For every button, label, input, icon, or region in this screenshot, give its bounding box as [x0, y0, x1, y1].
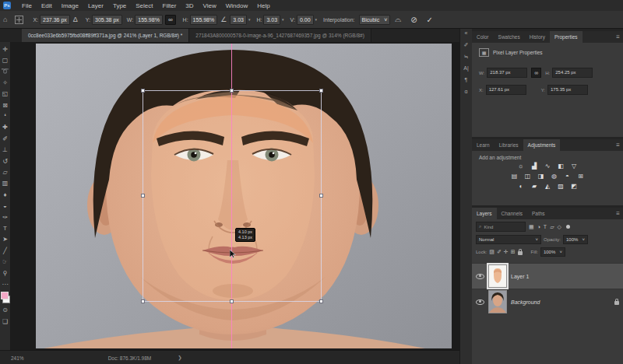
dodge-tool[interactable]: ◒ [0, 200, 11, 211]
tab-channels[interactable]: Channels [497, 208, 527, 219]
interpolation-select[interactable]: Bicubic ˅ [359, 15, 391, 25]
transform-handle-mid-left[interactable] [141, 194, 145, 198]
adjustment-layer-filter-icon[interactable]: ◑ [537, 224, 540, 229]
brush-tool[interactable]: ✐ [0, 133, 11, 144]
zoom-level-field[interactable]: 241% [11, 355, 24, 361]
rectangular-marquee-tool[interactable]: ▢ [0, 54, 11, 65]
foreground-color-swatch[interactable] [1, 292, 9, 299]
hand-tool[interactable]: ☞ [0, 256, 11, 267]
lock-pixels-icon[interactable]: ✐ [497, 249, 502, 255]
type-tool[interactable]: T [0, 222, 11, 233]
menu-select[interactable]: Select [131, 2, 157, 9]
menu-layer[interactable]: Layer [83, 2, 108, 9]
skew-h-field[interactable]: 3.03 [263, 15, 280, 25]
transform-handle-top-right[interactable] [319, 89, 323, 93]
blur-tool[interactable]: ♦ [0, 189, 11, 200]
channel-mixer-icon[interactable]: ◓ [563, 173, 572, 180]
clone-source-panel-icon[interactable]: ≒ [464, 54, 469, 60]
eyedropper-tool[interactable]: ❛ [0, 110, 11, 121]
glyphs-panel-icon[interactable]: ɑ [465, 89, 468, 95]
free-transform-bounding-box[interactable] [143, 90, 322, 302]
menu-window[interactable]: Window [221, 2, 252, 9]
lock-position-icon[interactable]: ✛ [504, 249, 509, 255]
tab-learn[interactable]: Learn [472, 139, 495, 151]
color-balance-icon[interactable]: ◫ [523, 173, 533, 180]
width-field[interactable]: 155.98% [135, 15, 163, 25]
paragraph-panel-icon[interactable]: ¶ [465, 77, 468, 83]
maintain-aspect-ratio-icon[interactable]: ∞ [165, 15, 176, 25]
panel-menu-icon[interactable]: ≡ [616, 33, 620, 40]
transform-handle-top-left[interactable] [141, 89, 145, 93]
prop-width-field[interactable]: 218.37 px [487, 68, 527, 78]
curves-icon[interactable]: ∿ [543, 163, 552, 170]
path-selection-tool[interactable]: ➤ [0, 234, 11, 245]
collapse-panels-icon[interactable]: « [465, 30, 468, 37]
gradient-map-icon[interactable]: ▨ [556, 183, 565, 191]
transform-handle-bottom-right[interactable] [319, 299, 323, 303]
skew-v-field[interactable]: 0.00 [297, 15, 314, 25]
home-icon[interactable]: ⌂ [3, 16, 7, 23]
fill-select[interactable]: 100% ˅ [540, 247, 565, 257]
rotate-stepper[interactable]: ▾ [248, 17, 251, 22]
color-lookup-icon[interactable]: ⊞ [576, 173, 586, 180]
pixel-layer-filter-icon[interactable]: ▦ [529, 224, 534, 230]
posterize-icon[interactable]: ▰ [530, 183, 539, 191]
edit-toolbar-icon[interactable]: ⋯ [0, 278, 11, 289]
background-thumbnail[interactable] [488, 290, 507, 313]
skew-v-stepper[interactable]: ▾ [315, 17, 318, 22]
eraser-tool[interactable]: ▱ [0, 166, 11, 177]
layer-name[interactable]: Background [511, 299, 540, 305]
quick-selection-tool[interactable]: ✧ [0, 77, 11, 88]
menu-filter[interactable]: Filter [158, 2, 181, 9]
menu-file[interactable]: File [17, 2, 37, 9]
pen-tool[interactable]: ✑ [0, 212, 11, 222]
hue-saturation-icon[interactable]: ▤ [510, 173, 519, 180]
lock-artboard-icon[interactable]: ⊞ [511, 249, 516, 255]
photo-filter-icon[interactable]: ◍ [550, 173, 559, 180]
transform-handle-top-mid[interactable] [230, 89, 234, 93]
crop-tool[interactable]: ◱ [0, 89, 11, 100]
character-panel-icon[interactable]: A| [463, 65, 469, 72]
rotate-angle-field[interactable]: 3.03 [230, 15, 247, 25]
layer-filter-kind-select[interactable]: ⌕ Kind [476, 222, 526, 232]
levels-icon[interactable]: ▟ [530, 163, 539, 170]
link-dimensions-icon[interactable]: ∞ [531, 68, 541, 78]
frame-tool[interactable]: ⊠ [0, 100, 11, 110]
canvas-area[interactable]: 4.10 px 4.13 px [11, 42, 459, 350]
cancel-transform-button[interactable]: ⊘ [410, 16, 417, 24]
menu-image[interactable]: Image [57, 2, 83, 9]
tab-paths[interactable]: Paths [527, 208, 550, 219]
layer-row-background[interactable]: Background [472, 289, 623, 314]
brightness-contrast-icon[interactable]: ☼ [516, 163, 526, 170]
tab-libraries[interactable]: Libraries [495, 139, 523, 151]
filter-toggle-icon[interactable] [566, 225, 570, 229]
visibility-eye-icon[interactable] [476, 274, 484, 279]
invert-icon[interactable]: ◐ [516, 183, 526, 191]
move-tool[interactable]: ✛ [0, 44, 11, 54]
prop-height-field[interactable]: 254.25 px [552, 68, 593, 78]
menu-edit[interactable]: Edit [37, 2, 57, 9]
menu-help[interactable]: Help [252, 2, 274, 9]
line-tool[interactable]: ╱ [0, 245, 11, 256]
blend-mode-select[interactable]: Normal ˅ [476, 235, 541, 244]
transform-handle-mid-right[interactable] [319, 194, 323, 198]
opacity-select[interactable]: 100% ˅ [563, 235, 588, 244]
exposure-icon[interactable]: ◧ [556, 163, 565, 170]
selective-color-icon[interactable]: ◩ [569, 183, 579, 191]
menu-3d[interactable]: 3D [181, 2, 198, 9]
panel-menu-icon[interactable]: ≡ [616, 210, 620, 217]
transform-handle-bottom-mid[interactable] [230, 299, 234, 303]
history-brush-tool[interactable]: ↺ [0, 156, 11, 166]
transform-handle-bottom-left[interactable] [141, 299, 145, 303]
height-field[interactable]: 155.98% [190, 15, 218, 25]
y-position-field[interactable]: 305.38 px [92, 15, 122, 25]
relative-position-delta-icon[interactable]: Δ [73, 16, 78, 23]
prop-y-field[interactable]: 175.35 px [547, 85, 588, 95]
menu-type[interactable]: Type [108, 2, 131, 9]
commit-transform-button[interactable]: ✓ [427, 16, 433, 24]
layer-row-layer1[interactable]: Layer 1 [472, 263, 623, 289]
warp-mode-icon[interactable]: ⌓ [395, 15, 401, 24]
type-layer-filter-icon[interactable]: T [544, 224, 547, 229]
tab-swatches[interactable]: Swatches [494, 31, 525, 43]
threshold-icon[interactable]: ◭ [543, 183, 552, 191]
